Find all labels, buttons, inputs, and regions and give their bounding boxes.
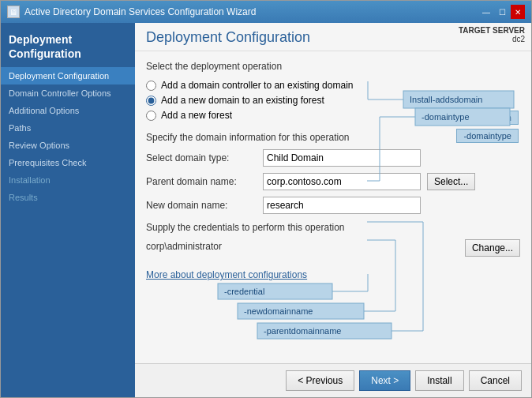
radio-add-domain[interactable]: Add a new domain to an existing forest (146, 95, 520, 106)
sidebar-item-additional[interactable]: Additional Options (1, 102, 135, 119)
sidebar-item-dc-options[interactable]: Domain Controller Options (1, 84, 135, 102)
sidebar-item-review[interactable]: Review Options (1, 137, 135, 154)
credentials-section: Supply the credentials to perform this o… (146, 222, 520, 257)
domain-info-section: Specify the domain information for this … (146, 132, 520, 214)
target-server: TARGET SERVER dc2 (459, 26, 525, 43)
radio-add-domain-input[interactable] (146, 96, 156, 106)
parent-domain-input[interactable] (263, 173, 421, 190)
install-button[interactable]: Install (415, 370, 463, 391)
radio-add-dc-input[interactable] (146, 81, 156, 91)
title-bar: 🖥 Active Directory Domain Services Confi… (1, 1, 531, 23)
main-content: Select the deployment operation Add a do… (135, 51, 531, 363)
footer: < Previous Next > Install Cancel (135, 363, 531, 397)
sidebar: Deployment Configuration Deployment Conf… (1, 23, 135, 397)
select-button[interactable]: Select... (427, 173, 475, 190)
credentials-value: corp\administrator (146, 239, 222, 253)
main-area: TARGET SERVER dc2 Deployment Configurati… (135, 23, 531, 397)
change-button[interactable]: Change... (465, 239, 520, 257)
callout-install-addsdomain: Install-addsdomain (432, 111, 519, 125)
radio-add-dc-label: Add a domain controller to an existing d… (161, 80, 353, 91)
content-area: Deployment Configuration Deployment Conf… (1, 23, 531, 397)
sidebar-item-deployment[interactable]: Deployment Configuration (1, 67, 135, 84)
cancel-button[interactable]: Cancel (469, 370, 522, 391)
form-row-parent-domain: Parent domain name: Select... (146, 173, 520, 190)
sidebar-header: Deployment Configuration (1, 23, 135, 67)
credentials-title: Supply the credentials to perform this o… (146, 222, 520, 233)
app-icon: 🖥 (7, 6, 20, 18)
parent-domain-label: Parent domain name: (146, 176, 257, 187)
domain-type-input[interactable] (263, 149, 421, 167)
section-title: Select the deployment operation (146, 61, 520, 72)
title-bar-left: 🖥 Active Directory Domain Services Confi… (7, 6, 256, 18)
sidebar-item-paths[interactable]: Paths (1, 119, 135, 137)
form-row-domain-type: Select domain type: (146, 149, 520, 167)
credentials-row: corp\administrator Change... (146, 236, 520, 257)
target-server-label: TARGET SERVER (459, 26, 525, 35)
new-domain-input[interactable] (263, 197, 421, 214)
title-controls: — ☐ ✕ (479, 5, 525, 19)
callout-domaintype: -domaintype (456, 129, 519, 143)
more-about-link[interactable]: More about deployment configurations (146, 269, 520, 280)
sidebar-item-results: Results (1, 189, 135, 206)
domain-type-label: Select domain type: (146, 152, 257, 163)
radio-add-dc[interactable]: Add a domain controller to an existing d… (146, 80, 520, 91)
previous-button[interactable]: < Previous (286, 370, 354, 391)
radio-add-forest-input[interactable] (146, 111, 156, 121)
form-row-new-domain: New domain name: (146, 197, 520, 214)
target-server-value: dc2 (459, 35, 525, 43)
main-window: 🖥 Active Directory Domain Services Confi… (0, 0, 532, 398)
sidebar-item-prereq[interactable]: Prerequisites Check (1, 154, 135, 171)
close-button[interactable]: ✕ (511, 5, 525, 19)
new-domain-label: New domain name: (146, 200, 257, 211)
minimize-button[interactable]: — (479, 5, 493, 19)
radio-add-domain-label: Add a new domain to an existing forest (161, 95, 324, 106)
radio-add-forest-label: Add a new forest (161, 110, 232, 121)
maximize-button[interactable]: ☐ (495, 5, 509, 19)
sidebar-item-installation: Installation (1, 171, 135, 189)
window-title: Active Directory Domain Services Configu… (24, 6, 256, 17)
next-button[interactable]: Next > (359, 370, 410, 391)
